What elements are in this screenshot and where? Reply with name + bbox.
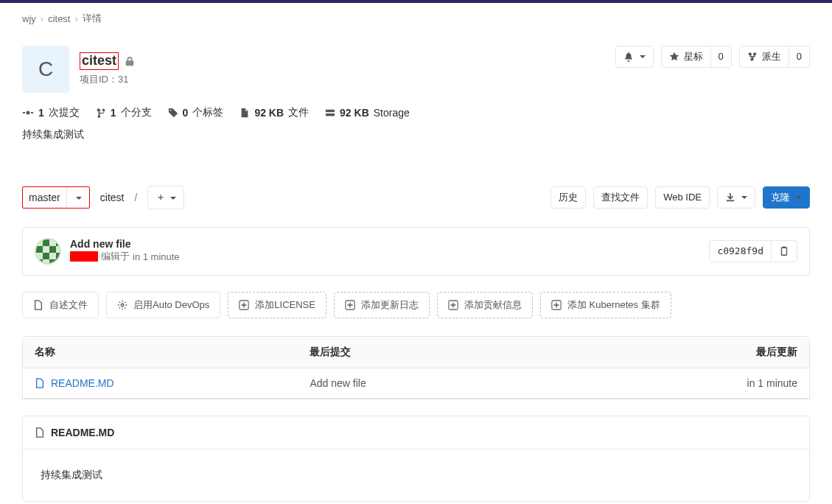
fork-label: 派生 (762, 51, 781, 63)
branches-label: 个分支 (121, 106, 152, 119)
stat-files[interactable]: 92 KB 文件 (240, 106, 309, 119)
fork-button[interactable]: 派生 (739, 46, 789, 68)
stat-tags[interactable]: 0 个标签 (168, 106, 224, 119)
th-last-commit: 最后提交 (298, 337, 651, 368)
project-stats: 1 次提交 1 个分支 0 个标签 92 KB 文件 (22, 106, 810, 119)
breadcrumb-current: 详情 (83, 12, 102, 25)
readme-filename: README.MD (51, 427, 114, 438)
star-count[interactable]: 0 (710, 46, 732, 68)
history-button[interactable]: 历史 (550, 186, 586, 209)
table-row[interactable]: README.MD Add new file in 1 minute (23, 368, 809, 399)
lock-icon (125, 56, 135, 66)
star-label: 星标 (684, 51, 703, 63)
download-dropdown[interactable] (717, 186, 755, 209)
commit-sha[interactable]: c0928f9d (709, 240, 772, 262)
last-commit: Add new file 编辑于 in 1 minute c0928f9d (22, 227, 810, 276)
project-id: 项目ID：31 (80, 73, 135, 86)
breadcrumb: wjy › citest › 详情 (22, 12, 810, 25)
row-updated: in 1 minute (652, 368, 809, 399)
project-overview: C citest 项目ID：31 (22, 46, 135, 93)
readme-button[interactable]: 自述文件 (22, 292, 99, 318)
project-header: C citest 项目ID：31 (22, 46, 810, 93)
page-content: wjy › citest › 详情 C citest 项目ID：31 (0, 3, 832, 504)
files-size: 92 KB (254, 107, 284, 119)
svg-point-5 (121, 304, 124, 307)
svg-rect-4 (783, 246, 786, 248)
bell-icon (623, 52, 634, 62)
add-license-label: 添加LICENSE (255, 298, 315, 312)
files-label: 文件 (288, 106, 309, 119)
commits-label: 次提交 (49, 106, 80, 119)
branch-selector[interactable]: master (22, 186, 90, 209)
header-actions: 星标 0 派生 0 (615, 46, 810, 68)
stat-commits[interactable]: 1 次提交 (22, 106, 80, 119)
tag-icon (168, 108, 178, 118)
find-file-button[interactable]: 查找文件 (593, 186, 648, 209)
autodevops-button[interactable]: 启用Auto DevOps (106, 292, 220, 318)
copy-sha-button[interactable] (771, 240, 797, 262)
add-dropdown[interactable]: ＋ (147, 186, 184, 209)
add-license-button[interactable]: 添加LICENSE (228, 292, 326, 318)
star-button[interactable]: 星标 (661, 46, 711, 68)
tags-count: 0 (183, 107, 189, 119)
svg-point-0 (27, 111, 30, 115)
fork-icon (747, 52, 758, 62)
svg-rect-3 (782, 248, 787, 256)
chevron-down-icon (67, 187, 89, 208)
branch-name: master (29, 192, 60, 203)
quick-actions: 自述文件 启用Auto DevOps 添加LICENSE 添加更新日志 添加贡献… (22, 292, 810, 318)
stat-storage[interactable]: 92 KB Storage (325, 107, 410, 119)
commit-author-avatar[interactable] (35, 238, 61, 265)
svg-rect-2 (326, 113, 335, 116)
readme-preview: README.MD 持续集成测试 (22, 416, 810, 502)
edited-label: 编辑于 (101, 250, 130, 263)
breadcrumb-sep: › (74, 13, 77, 24)
plus-square-icon (345, 300, 355, 310)
commit-message[interactable]: Add new file (70, 238, 180, 250)
commits-icon (22, 107, 34, 119)
breadcrumb-project[interactable]: citest (48, 13, 70, 24)
commits-count: 1 (38, 107, 44, 119)
path-root[interactable]: citest (100, 192, 125, 203)
breadcrumb-sep: › (41, 13, 43, 24)
gear-icon (117, 300, 127, 310)
file-table: 名称 最后提交 最后更新 README.MD Add new file in 1… (22, 336, 810, 399)
row-commit[interactable]: Add new file (298, 368, 651, 399)
add-contributing-label: 添加贡献信息 (464, 298, 522, 312)
stat-branches[interactable]: 1 个分支 (96, 106, 152, 119)
autodevops-label: 启用Auto DevOps (133, 298, 209, 312)
clone-button[interactable]: 克隆 (763, 186, 810, 209)
add-changelog-button[interactable]: 添加更新日志 (334, 292, 430, 318)
plus-icon: ＋ (155, 191, 166, 204)
chevron-down-icon (169, 192, 176, 203)
breadcrumb-root[interactable]: wjy (22, 13, 36, 24)
readme-label: 自述文件 (49, 298, 88, 312)
project-description: 持续集成测试 (22, 128, 810, 141)
storage-label: Storage (374, 107, 410, 119)
svg-rect-1 (326, 110, 335, 113)
project-name: citest (80, 52, 119, 70)
th-last-update: 最后更新 (652, 337, 809, 368)
storage-size: 92 KB (340, 107, 369, 119)
chevron-down-icon (740, 192, 747, 203)
add-kubernetes-button[interactable]: 添加 Kubernetes 集群 (540, 292, 671, 318)
branch-icon (96, 108, 106, 118)
add-changelog-label: 添加更新日志 (361, 298, 419, 312)
file-link[interactable]: README.MD (35, 377, 286, 389)
project-avatar: C (22, 46, 69, 93)
file-icon (35, 378, 45, 388)
fork-count[interactable]: 0 (789, 46, 810, 68)
th-name: 名称 (23, 337, 298, 368)
path-sep: / (134, 192, 137, 203)
notification-dropdown[interactable] (615, 46, 654, 68)
branch-row: master citest / ＋ 历史 查找文件 Web IDE (22, 186, 810, 209)
clone-label: 克隆 (771, 192, 790, 203)
add-contributing-button[interactable]: 添加贡献信息 (437, 292, 533, 318)
file-icon (35, 427, 45, 438)
add-kubernetes-label: 添加 Kubernetes 集群 (567, 298, 660, 312)
commit-time: in 1 minute (133, 251, 180, 262)
plus-square-icon (551, 300, 562, 310)
web-ide-button[interactable]: Web IDE (655, 186, 710, 209)
file-name: README.MD (51, 377, 114, 389)
clipboard-icon (779, 246, 789, 256)
